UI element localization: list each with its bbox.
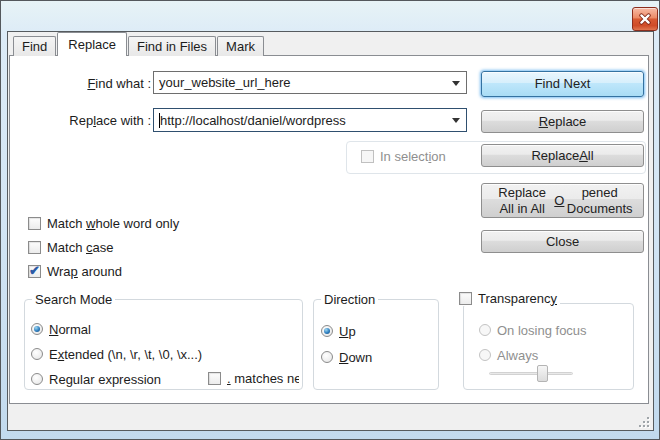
- resize-grip[interactable]: [637, 415, 653, 431]
- close-dialog-button[interactable]: Close: [481, 230, 644, 253]
- replace-all-button[interactable]: Replace All: [481, 144, 644, 167]
- normal-label: Normal: [49, 322, 91, 337]
- replace-with-label: Replace with :: [21, 113, 151, 129]
- direction-up-row: Up: [321, 323, 356, 339]
- match-case-checkbox[interactable]: [28, 241, 41, 254]
- on-losing-focus-label: On losing focus: [497, 323, 587, 338]
- tab-replace[interactable]: Replace: [57, 32, 127, 56]
- match-whole-word-label: Match whole word only: [47, 216, 179, 231]
- on-losing-focus-radio: [479, 324, 491, 336]
- wrap-around-checkbox[interactable]: [28, 265, 41, 278]
- down-radio[interactable]: [321, 351, 333, 363]
- in-selection-label: In selection: [380, 149, 446, 164]
- transparency-row: Transparency: [456, 290, 560, 306]
- find-what-label: Find what :: [31, 76, 151, 92]
- transparency-checkbox[interactable]: [459, 292, 472, 305]
- always-row: Always: [479, 347, 538, 363]
- dot-matches-newline-row: . matches newlin: [208, 370, 299, 386]
- direction-group-label: Direction: [321, 292, 378, 308]
- replace-button[interactable]: Replace: [481, 110, 644, 133]
- transparency-slider: [489, 365, 573, 382]
- match-case-label: Match case: [47, 240, 113, 255]
- replace-all-opened-button[interactable]: Replace All in All Opened Documents: [481, 183, 644, 218]
- wrap-around-label: Wrap around: [47, 264, 122, 279]
- direction-group: Direction: [313, 299, 439, 390]
- match-case-row: Match case: [28, 239, 113, 255]
- search-mode-normal-row: Normal: [31, 321, 91, 337]
- close-icon: [639, 13, 651, 25]
- wrap-around-row: Wrap around: [28, 263, 122, 279]
- resize-grip-icon: [637, 415, 653, 431]
- tab-find[interactable]: Find: [13, 36, 56, 56]
- slider-track: [489, 372, 573, 375]
- regex-label: Regular expression: [49, 372, 161, 387]
- tab-find-in-files[interactable]: Find in Files: [128, 36, 216, 56]
- search-mode-group-label: Search Mode: [32, 292, 115, 308]
- extended-label: Extended (\n, \r, \t, \0, \x...): [49, 347, 202, 362]
- dot-matches-newline-checkbox[interactable]: [208, 372, 221, 385]
- direction-down-row: Down: [321, 349, 372, 365]
- slider-thumb: [537, 365, 548, 382]
- replace-with-combobox[interactable]: http://localhost/daniel/wordpress: [153, 108, 467, 132]
- find-what-value: your_website_url_here: [159, 75, 291, 90]
- replace-dialog-window: Find Replace Find in Files Mark Find wha…: [0, 0, 660, 440]
- search-mode-regex-row: Regular expression: [31, 371, 161, 387]
- on-losing-focus-row: On losing focus: [479, 322, 587, 338]
- up-radio[interactable]: [321, 325, 333, 337]
- dropdown-arrow-icon[interactable]: [452, 81, 460, 86]
- up-label: Up: [339, 324, 356, 339]
- match-whole-word-checkbox[interactable]: [28, 217, 41, 230]
- close-button[interactable]: [632, 7, 658, 31]
- normal-radio[interactable]: [31, 323, 43, 335]
- search-mode-extended-row: Extended (\n, \r, \t, \0, \x...): [31, 346, 202, 362]
- regex-radio[interactable]: [31, 373, 43, 385]
- always-label: Always: [497, 348, 538, 363]
- replace-with-value: http://localhost/daniel/wordpress: [160, 113, 346, 128]
- always-radio: [479, 349, 491, 361]
- tab-mark[interactable]: Mark: [217, 36, 264, 56]
- in-selection-row: In selection: [361, 148, 446, 164]
- dot-matches-newline-label: . matches newlin: [227, 371, 299, 386]
- down-label: Down: [339, 350, 372, 365]
- transparency-label: Transparency: [478, 291, 557, 306]
- dropdown-arrow-icon[interactable]: [452, 118, 460, 123]
- tab-bar: Find Replace Find in Files Mark: [13, 32, 265, 56]
- find-next-button[interactable]: Find Next: [481, 71, 644, 97]
- in-selection-checkbox: [361, 150, 374, 163]
- match-whole-word-row: Match whole word only: [28, 215, 179, 231]
- extended-radio[interactable]: [31, 348, 43, 360]
- find-what-combobox[interactable]: your_website_url_here: [153, 71, 467, 94]
